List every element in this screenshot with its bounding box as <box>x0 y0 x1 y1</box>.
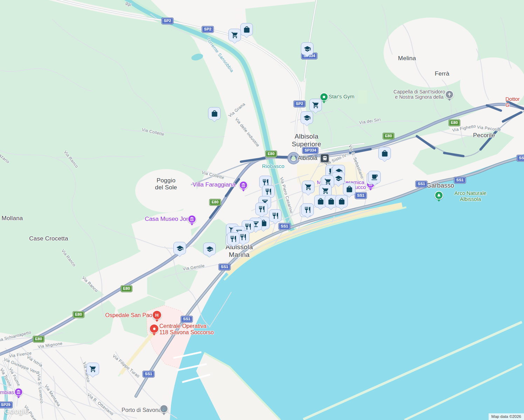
bag-icon <box>338 198 345 205</box>
street-label: Via Ranco <box>81 275 99 293</box>
bag-icon <box>381 150 388 157</box>
bag-icon <box>317 198 324 205</box>
museum-icon <box>241 183 246 188</box>
restaurant-icon <box>240 233 247 241</box>
school-icon <box>304 45 311 52</box>
place-label: Garbasso <box>426 182 454 189</box>
street-label: Via Mentana <box>44 384 62 407</box>
street-label: Torrente Sansobbia <box>205 37 235 74</box>
road-badge-e80: E80 <box>33 336 44 342</box>
dot-icon <box>153 328 156 330</box>
place-label: Pecorile <box>473 132 495 139</box>
road-badge-e80: E80 <box>383 133 394 139</box>
restaurant-icon <box>262 178 269 186</box>
school-icon <box>176 245 184 252</box>
bag-pin[interactable] <box>343 183 356 195</box>
bag-pin[interactable] <box>240 23 253 36</box>
road-badge-sp2: SP2 <box>162 18 173 24</box>
road-badge-ss1: SS1 <box>181 316 193 322</box>
tree-icon <box>437 193 441 198</box>
road-badge-e80: E80 <box>73 312 84 318</box>
school-pin[interactable] <box>173 242 186 254</box>
poi-label[interactable]: Arco Naturale Albissola <box>444 190 497 202</box>
emergency-pin[interactable] <box>149 324 159 334</box>
road-badge-ss1: SS1 <box>279 223 290 230</box>
museum-pin[interactable] <box>188 215 196 224</box>
place-label: Riobasco <box>262 163 284 169</box>
poi-label[interactable]: Ospedale San Paolo <box>105 312 157 318</box>
map-canvas[interactable]: Torrente SansobbiaggiVia GranaVia delle … <box>0 0 524 420</box>
street-label: Via delle Industrie <box>234 117 261 148</box>
cart-pin[interactable] <box>302 181 315 193</box>
bag-pin[interactable] <box>335 195 348 208</box>
restaurant-pin[interactable] <box>301 203 314 216</box>
cafe-icon <box>371 174 378 181</box>
cart-icon <box>231 31 239 39</box>
cart-icon <box>312 102 319 109</box>
museum-pin[interactable] <box>239 181 248 190</box>
restaurant-icon <box>265 188 272 195</box>
google-logo[interactable]: Google <box>4 407 29 415</box>
train-icon <box>322 155 328 161</box>
street-label: Via B. Ottaviano <box>86 392 115 416</box>
poi-label[interactable]: Cappella di Sant'Isidoro e Nostra Signor… <box>393 89 445 100</box>
poi-label[interactable]: Centrale Operativa 118 Savona Soccorso <box>159 323 214 335</box>
road-badge-e80: E80 <box>209 199 221 205</box>
restaurant-pin[interactable] <box>227 232 240 245</box>
school-icon <box>206 245 213 253</box>
poi-label[interactable]: Star's Gym <box>329 94 354 100</box>
street-label: Via Collette <box>141 127 165 137</box>
school-pin[interactable] <box>301 42 313 55</box>
street-label: Via Ranco <box>60 248 77 268</box>
street-label: Via Gentile <box>182 263 205 272</box>
street-label: Via Ranco <box>63 150 79 169</box>
park-pin[interactable] <box>435 191 443 200</box>
museum-pin[interactable] <box>14 388 23 397</box>
poi-label[interactable]: Porto di Savona <box>122 407 161 413</box>
restaurant-pin[interactable] <box>255 203 268 215</box>
poi-label[interactable]: Dottor G <box>505 96 524 108</box>
street-label: ggi <box>125 0 132 7</box>
train-station-pin[interactable] <box>320 154 329 163</box>
poi-label[interactable]: ucco <box>355 184 366 190</box>
street-label: Via Schiantapetto <box>0 330 32 343</box>
restaurant-icon <box>272 212 279 219</box>
school-pin[interactable] <box>203 243 216 255</box>
port-pin[interactable]: ⚓ <box>160 405 168 413</box>
church-pin[interactable] <box>445 90 454 99</box>
road-badge-e80: E80 <box>121 286 132 292</box>
cafe-pin[interactable] <box>368 171 381 183</box>
poi-label[interactable]: Villa Faraggiana <box>193 182 236 188</box>
restaurant-pin[interactable] <box>269 209 282 222</box>
road-badge-ss1: SS1 <box>517 155 524 161</box>
restaurant-icon <box>244 223 252 230</box>
road-badge-sp2: SP2 <box>294 101 305 107</box>
street-label: Via Filippo Turati <box>112 354 141 379</box>
cart-icon <box>305 183 312 191</box>
bag-icon <box>328 198 335 205</box>
school-icon <box>335 175 342 182</box>
street-label: Via Pecorile <box>477 125 501 132</box>
place-label: Ferrà <box>435 70 449 77</box>
place-label: Case Crocetta <box>29 235 68 242</box>
place-label: Albissola Marina <box>226 243 253 259</box>
cart-pin[interactable] <box>228 29 241 41</box>
school-icon <box>303 114 311 121</box>
bag-pin[interactable] <box>378 147 391 160</box>
road-badge-ss1: SS1 <box>454 177 466 183</box>
cart-pin[interactable] <box>309 99 322 111</box>
place-label: Melina <box>398 55 416 62</box>
cart-icon <box>322 187 329 195</box>
road-badge-ss1: SS1 <box>355 192 367 199</box>
street-label: azario <box>0 153 11 164</box>
bag-pin[interactable] <box>208 107 221 120</box>
hospital-pin[interactable]: H <box>152 310 162 320</box>
place-label: Poggio del Sole <box>155 177 177 191</box>
cart-pin[interactable] <box>87 363 99 375</box>
poi-label[interactable]: Casa Museo Jorn <box>145 216 191 223</box>
street-label: Via S. Sebastiano <box>347 144 365 179</box>
place-label: Mollana <box>2 215 23 222</box>
bag-icon <box>211 110 218 117</box>
road-badge-sp2: SP2 <box>202 26 214 33</box>
school-pin[interactable] <box>301 111 313 124</box>
